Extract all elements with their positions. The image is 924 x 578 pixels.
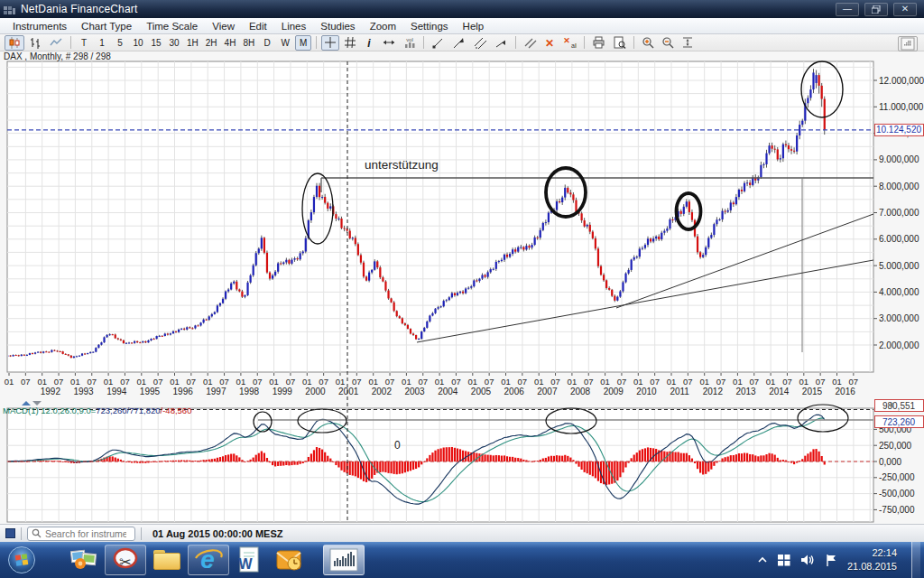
taskbar-word[interactable]: W [236, 545, 260, 575]
taskbar-snipping-tool[interactable]: ✂ [105, 545, 146, 575]
svg-text:1995: 1995 [140, 387, 161, 396]
network-icon[interactable] [777, 554, 791, 566]
macd-plot[interactable] [7, 408, 873, 522]
delete-all-lines-button[interactable]: ✕all [559, 35, 579, 51]
svg-text:01: 01 [600, 377, 610, 387]
svg-text:01: 01 [766, 377, 776, 387]
timeframe-day-button[interactable]: D [259, 35, 275, 51]
timeframe-10-button[interactable]: 10 [130, 35, 146, 51]
menu-edit[interactable]: Edit [242, 18, 274, 33]
taskbar-internet-explorer[interactable]: e [188, 545, 229, 575]
window-titlebar[interactable]: NetDania FinanceChart — ✕ [0, 0, 924, 18]
taskbar-explorer[interactable] [153, 545, 180, 575]
svg-text:9.000,000: 9.000,000 [879, 154, 919, 164]
chart-layout-button[interactable] [898, 36, 918, 51]
fit-vertical-icon [681, 36, 694, 49]
parallel-lines-icon [523, 36, 537, 50]
clock-time: 22:14 [847, 546, 897, 560]
info-button[interactable]: i [361, 35, 377, 51]
delete-line-button[interactable]: ✕ [541, 35, 558, 51]
timeframe-tick-button[interactable]: T [76, 35, 92, 51]
volume-button[interactable]: vol [401, 35, 419, 51]
hidden-icons-button[interactable] [757, 555, 768, 564]
window-title: NetDania FinanceChart [21, 3, 138, 15]
line-chart-button[interactable] [46, 35, 66, 51]
svg-text:0,000: 0,000 [879, 457, 901, 467]
zoom-in-button[interactable] [639, 35, 657, 51]
menu-view[interactable]: View [205, 18, 242, 33]
minimize-button[interactable]: — [836, 3, 859, 16]
trend-ray-button[interactable] [492, 35, 511, 51]
close-button[interactable]: ✕ [893, 3, 917, 16]
action-center-flag-icon[interactable] [825, 554, 838, 567]
search-input[interactable] [45, 528, 126, 539]
svg-text:07: 07 [782, 377, 792, 387]
show-desktop-button[interactable] [911, 542, 920, 578]
menu-help[interactable]: Help [456, 18, 492, 33]
crosshair-icon [324, 36, 337, 49]
crosshair-button[interactable] [321, 35, 339, 51]
menu-chart-type[interactable]: Chart Type [74, 18, 139, 33]
svg-text:07: 07 [352, 377, 362, 387]
volume-icon[interactable] [800, 554, 816, 566]
close-study-button[interactable]: x [890, 400, 894, 409]
timeframe-1-button[interactable]: 1 [94, 35, 110, 51]
parallel-lines-button[interactable] [521, 35, 540, 51]
taskbar-clock[interactable]: 22:14 21.08.2015 [847, 546, 897, 573]
chart-region[interactable]: DAX , Monthly, # 298 / 298 12.000,00011.… [0, 51, 924, 524]
print-button[interactable] [589, 35, 608, 51]
timeframe-30-button[interactable]: 30 [166, 35, 182, 51]
restore-button[interactable] [864, 3, 888, 16]
trend-channel-button[interactable] [470, 35, 490, 51]
price-axis: 12.000,00011.000,00010.000,0009.000,0008… [873, 76, 924, 515]
timeframe-15-button[interactable]: 15 [148, 35, 164, 51]
fit-vertical-button[interactable] [679, 35, 697, 51]
start-button[interactable] [7, 545, 36, 575]
ohlc-chart-button[interactable] [26, 35, 44, 51]
trend-arrow-button[interactable] [449, 35, 468, 51]
word-icon: W [236, 546, 260, 573]
svg-text:2009: 2009 [604, 387, 624, 396]
menu-studies[interactable]: Studies [313, 18, 362, 33]
menu-instruments[interactable]: Instruments [5, 18, 74, 33]
folder-icon [153, 550, 180, 570]
taskbar-outlook[interactable] [276, 545, 303, 575]
timeframe-5-button[interactable]: 5 [112, 35, 128, 51]
timeframe-8h-button[interactable]: 8H [240, 35, 257, 51]
svg-text:07: 07 [749, 377, 759, 387]
svg-text:0: 0 [394, 439, 401, 452]
svg-text:2013: 2013 [735, 387, 756, 396]
desktop: NetDania FinanceChart — ✕ InstrumentsCha… [0, 0, 924, 578]
menu-zoom[interactable]: Zoom [363, 18, 403, 33]
main-plot[interactable] [7, 61, 873, 372]
svg-text:980,551: 980,551 [882, 401, 916, 411]
svg-text:01: 01 [203, 377, 213, 387]
svg-text:01: 01 [104, 377, 114, 387]
finance-chart-icon [329, 548, 358, 572]
svg-text:01: 01 [667, 377, 677, 387]
taskbar-finance-chart[interactable] [323, 545, 365, 575]
delete-all-lines-icon: ✕all [562, 36, 577, 49]
chart-canvas[interactable]: 12.000,00011.000,00010.000,0009.000,0008… [0, 51, 924, 524]
timeframe-week-button[interactable]: W [277, 35, 293, 51]
print-preview-button[interactable] [610, 35, 629, 51]
timeframe-month-button[interactable]: M [295, 35, 311, 51]
menu-settings[interactable]: Settings [403, 18, 456, 33]
svg-text:unterstützung: unterstützung [365, 158, 439, 172]
svg-text:2004: 2004 [438, 387, 458, 396]
timeframe-2h-button[interactable]: 2H [203, 35, 220, 51]
svg-text:2001: 2001 [338, 387, 359, 396]
svg-text:2010: 2010 [636, 387, 657, 396]
pan-button[interactable] [379, 35, 399, 51]
candlestick-chart-button[interactable] [5, 35, 24, 51]
grid-button[interactable] [341, 35, 359, 51]
search-box[interactable] [27, 527, 135, 541]
timeframe-4h-button[interactable]: 4H [222, 35, 239, 51]
trend-line-button[interactable] [429, 35, 448, 51]
svg-text:2012: 2012 [703, 387, 724, 396]
menu-time-scale[interactable]: Time Scale [139, 18, 205, 33]
zoom-out-button[interactable] [659, 35, 677, 51]
taskbar-photo-gallery[interactable] [70, 545, 97, 575]
timeframe-1h-button[interactable]: 1H [184, 35, 201, 51]
menu-lines[interactable]: Lines [274, 18, 314, 33]
